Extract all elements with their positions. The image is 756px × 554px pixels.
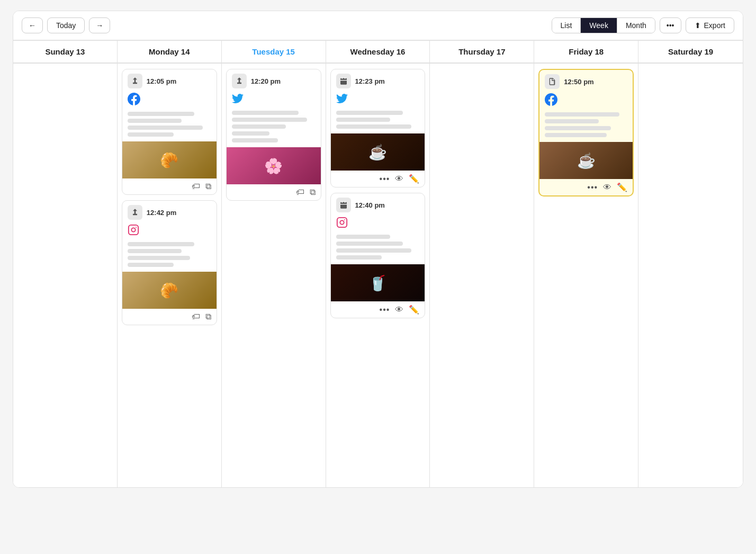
day-col-tuesday: 12:20 pm 🌸 🏷 ⧉ <box>222 64 326 487</box>
event-mon2[interactable]: 12:42 pm 🥐 🏷 ⧉ <box>122 200 217 325</box>
tag-icon-mon2[interactable]: 🏷 <box>192 312 200 321</box>
event-time-fri1: 12:50 pm <box>564 78 593 86</box>
calendar-header: Sunday 13 Monday 14 Tuesday 15 Wednesday… <box>13 40 743 63</box>
upload-icon-mon1 <box>128 74 142 88</box>
svg-rect-11 <box>337 218 346 227</box>
copy-icon-mon2[interactable]: ⧉ <box>205 312 211 321</box>
event-time-mon1: 12:05 pm <box>147 77 176 85</box>
calendar-container: ← Today → List Week Month ••• ⬆ Export S… <box>13 11 743 488</box>
edit-icon-wed1[interactable]: ✏️ <box>409 174 419 184</box>
copy-icon-mon1[interactable]: ⧉ <box>205 182 211 191</box>
upload-icon-mon2 <box>128 205 142 220</box>
event-image-wed2: 🥤 <box>331 264 425 301</box>
svg-rect-0 <box>129 225 138 235</box>
day-col-friday: 12:50 pm ☕ ••• 👁 ✏️ <box>534 64 638 487</box>
facebook-logo-mon1 <box>122 91 217 110</box>
calendar-icon-wed2 <box>336 198 351 212</box>
svg-point-13 <box>344 219 345 220</box>
month-view-button[interactable]: Month <box>617 18 655 33</box>
view-switcher: List Week Month <box>552 17 655 33</box>
toolbar-left: ← Today → <box>22 17 110 33</box>
event-time-mon2: 12:42 pm <box>147 209 176 217</box>
event-wed2[interactable]: 12:40 pm 🥤 ••• 👁 ✏️ <box>330 193 426 318</box>
event-time-wed1: 12:23 pm <box>355 77 385 85</box>
svg-point-1 <box>131 228 135 231</box>
facebook-logo-fri1 <box>539 91 633 110</box>
toolbar-right: List Week Month ••• ⬆ Export <box>552 17 734 33</box>
calendar-body: 12:05 pm 🥐 🏷 ⧉ <box>13 63 743 487</box>
next-button[interactable]: → <box>89 17 110 33</box>
twitter-logo-tue1 <box>227 91 321 109</box>
today-button[interactable]: Today <box>47 17 85 33</box>
copy-icon-tue1[interactable]: ⧉ <box>310 187 316 197</box>
instagram-logo-wed2 <box>331 215 425 233</box>
event-fri1[interactable]: 12:50 pm ☕ ••• 👁 ✏️ <box>538 69 634 196</box>
event-wed1[interactable]: 12:23 pm ☕ ••• 👁 ✏️ <box>330 69 426 187</box>
day-col-thursday <box>430 64 534 487</box>
event-time-tue1: 12:20 pm <box>251 77 281 85</box>
prev-button[interactable]: ← <box>22 17 43 33</box>
week-view-button[interactable]: Week <box>581 18 617 33</box>
event-time-wed2: 12:40 pm <box>355 201 385 209</box>
day-header-sunday: Sunday 13 <box>13 41 118 63</box>
day-header-friday: Friday 18 <box>534 41 638 63</box>
calendar-icon-wed1 <box>336 74 351 88</box>
day-col-wednesday: 12:23 pm ☕ ••• 👁 ✏️ <box>326 64 430 487</box>
edit-icon-wed2[interactable]: ✏️ <box>409 305 419 315</box>
svg-point-12 <box>340 220 344 224</box>
event-image-mon2: 🥐 <box>122 272 217 309</box>
list-view-button[interactable]: List <box>552 18 581 33</box>
dots-icon-wed2[interactable]: ••• <box>380 305 390 315</box>
more-button[interactable]: ••• <box>660 17 681 33</box>
event-image-tue1: 🌸 <box>227 147 321 184</box>
instagram-logo-mon2 <box>122 222 217 240</box>
event-mon1[interactable]: 12:05 pm 🥐 🏷 ⧉ <box>122 69 217 195</box>
dots-icon-wed1[interactable]: ••• <box>380 174 390 184</box>
day-header-monday: Monday 14 <box>118 41 222 63</box>
toolbar: ← Today → List Week Month ••• ⬆ Export <box>13 11 743 40</box>
document-icon-fri1 <box>545 74 560 89</box>
eye-icon-wed2[interactable]: 👁 <box>395 305 403 315</box>
eye-icon-fri1[interactable]: 👁 <box>603 183 611 192</box>
upload-icon-tue1 <box>232 74 247 88</box>
eye-icon-wed1[interactable]: 👁 <box>395 174 403 184</box>
tag-icon-mon1[interactable]: 🏷 <box>192 182 200 191</box>
day-header-tuesday: Tuesday 15 <box>222 41 326 63</box>
svg-rect-3 <box>340 78 347 85</box>
twitter-logo-wed1 <box>331 91 425 109</box>
export-icon: ⬆ <box>695 21 701 30</box>
day-col-monday: 12:05 pm 🥐 🏷 ⧉ <box>118 64 222 487</box>
day-header-saturday: Saturday 19 <box>638 41 743 63</box>
day-col-saturday <box>638 64 743 487</box>
day-header-wednesday: Wednesday 16 <box>326 41 430 63</box>
day-col-sunday <box>13 64 118 487</box>
event-image-fri1: ☕ <box>539 142 633 179</box>
dots-icon-fri1[interactable]: ••• <box>587 183 598 192</box>
event-tue1[interactable]: 12:20 pm 🌸 🏷 ⧉ <box>226 69 321 201</box>
event-image-mon1: 🥐 <box>122 141 217 178</box>
day-header-thursday: Thursday 17 <box>430 41 534 63</box>
svg-point-2 <box>136 227 137 228</box>
svg-rect-7 <box>340 202 347 209</box>
export-button[interactable]: ⬆ Export <box>686 17 734 33</box>
event-image-wed1: ☕ <box>331 133 425 171</box>
edit-icon-fri1[interactable]: ✏️ <box>617 182 627 192</box>
tag-icon-tue1[interactable]: 🏷 <box>296 187 304 197</box>
